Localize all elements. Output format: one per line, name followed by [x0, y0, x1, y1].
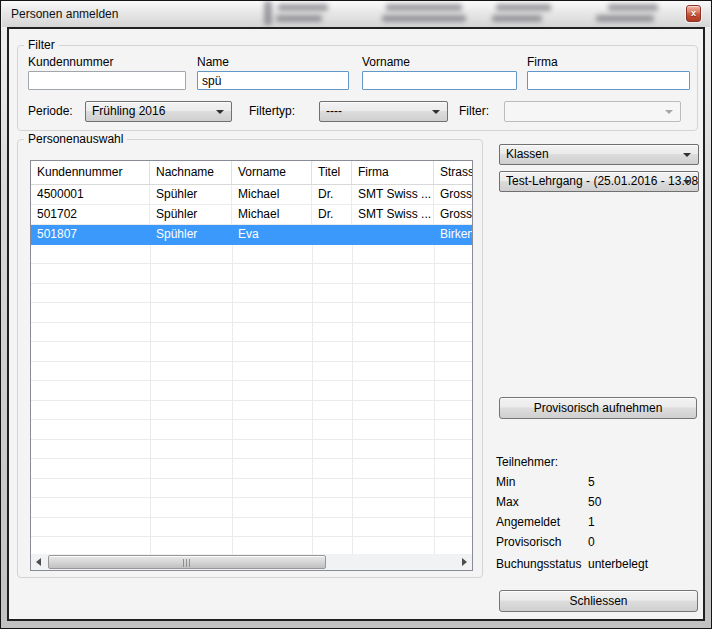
- cell-titel: [312, 225, 352, 244]
- titlebar-blur-decoration: [264, 1, 272, 25]
- stat-angemeldet: Angemeldet 1: [496, 512, 702, 532]
- cell-firma: [352, 225, 434, 244]
- schliessen-button[interactable]: Schliessen: [499, 590, 698, 612]
- window-title: Personen anmelden: [11, 7, 118, 21]
- cell-vorname: Michael: [232, 205, 312, 224]
- name-input[interactable]: [197, 71, 349, 90]
- stat-max-value: 50: [588, 495, 601, 509]
- column-header-strasse[interactable]: Strasse: [434, 161, 472, 184]
- empty-grid-area: [31, 245, 472, 554]
- titlebar-blur-decoration: [386, 4, 462, 11]
- cell-firma: SMT Swiss ...: [352, 205, 434, 224]
- column-header-nachname[interactable]: Nachname: [150, 161, 232, 184]
- scroll-right-arrow[interactable]: [455, 554, 472, 570]
- stat-provisorisch-value: 0: [588, 535, 595, 549]
- titlebar-blur-decoration: [276, 15, 322, 22]
- firma-input[interactable]: [527, 71, 690, 90]
- filtertyp-select[interactable]: ----: [319, 101, 448, 122]
- table-row-selected[interactable]: 501807 Spühler Eva Birkenw: [31, 225, 472, 245]
- right-arrow-icon: [462, 558, 467, 566]
- klassen-select[interactable]: Klassen: [499, 144, 699, 165]
- titlebar-blur-decoration: [492, 15, 542, 22]
- periode-select[interactable]: Frühling 2016: [85, 101, 232, 122]
- titlebar-blur-decoration: [496, 4, 551, 11]
- stat-min-value: 5: [588, 475, 595, 489]
- filter-select-disabled: [504, 101, 681, 122]
- titlebar-blur-decoration: [382, 15, 466, 22]
- cell-vorname: Eva: [232, 225, 312, 244]
- table-row[interactable]: 4500001 Spühler Michael Dr. SMT Swiss ..…: [31, 185, 472, 205]
- column-header-titel[interactable]: Titel: [312, 161, 352, 184]
- dialog-window: Personen anmelden x Filter Kundennummer …: [0, 0, 712, 629]
- chevron-down-icon: [665, 110, 673, 114]
- horizontal-scrollbar[interactable]: [31, 554, 472, 570]
- chevron-down-icon: [683, 180, 691, 184]
- titlebar[interactable]: Personen anmelden x: [2, 1, 710, 27]
- kundennummer-label: Kundennummer: [28, 55, 113, 69]
- column-header-kundennummer[interactable]: Kundennummer: [31, 161, 150, 184]
- lehrgang-select[interactable]: Test-Lehrgang - (25.01.2016 - 13.08: [499, 171, 699, 192]
- stat-max: Max 50: [496, 492, 702, 512]
- column-header-firma[interactable]: Firma: [352, 161, 434, 184]
- titlebar-blur-decoration: [596, 15, 654, 22]
- stat-buchungsstatus-value: unterbelegt: [588, 557, 648, 571]
- chevron-down-icon: [432, 110, 440, 114]
- vorname-input[interactable]: [362, 71, 517, 90]
- scrollbar-thumb[interactable]: [48, 555, 326, 569]
- table-row[interactable]: 501702 Spühler Michael Dr. SMT Swiss ...…: [31, 205, 472, 225]
- cell-vorname: Michael: [232, 185, 312, 204]
- titlebar-blur-decoration: [608, 4, 658, 11]
- filtertyp-label: Filtertyp:: [249, 104, 295, 118]
- cell-strasse: Grossze: [434, 205, 472, 224]
- stat-provisorisch: Provisorisch 0: [496, 532, 702, 552]
- periode-label: Periode:: [28, 104, 73, 118]
- cell-nachname: Spühler: [150, 225, 232, 244]
- stat-buchungsstatus: Buchungsstatus unterbelegt: [496, 554, 702, 574]
- column-header-vorname[interactable]: Vorname: [232, 161, 312, 184]
- cell-strasse: Birkenw: [434, 225, 472, 244]
- firma-label: Firma: [527, 55, 558, 69]
- personenauswahl-group-label: Personenauswahl: [24, 132, 127, 146]
- cell-firma: SMT Swiss ...: [352, 185, 434, 204]
- cell-nachname: Spühler: [150, 205, 232, 224]
- filter-label: Filter:: [459, 104, 489, 118]
- scrollbar-grip-icon: [183, 559, 191, 567]
- dialog-client-area: Filter Kundennummer Name Vorname Firma P…: [7, 27, 705, 621]
- cell-kundennummer: 501702: [31, 205, 150, 224]
- teilnehmer-stats: Teilnehmer: Min 5 Max 50 Angemeldet 1 Pr…: [496, 452, 702, 574]
- left-arrow-icon: [36, 558, 41, 566]
- close-window-button[interactable]: x: [686, 5, 701, 22]
- scroll-left-arrow[interactable]: [31, 554, 48, 570]
- name-label: Name: [197, 55, 229, 69]
- klassen-selected-value: Klassen: [506, 147, 549, 161]
- periode-selected-value: Frühling 2016: [92, 104, 165, 118]
- chevron-down-icon: [216, 110, 224, 114]
- filter-group-label: Filter: [24, 38, 59, 52]
- cell-titel: Dr.: [312, 185, 352, 204]
- cell-titel: Dr.: [312, 205, 352, 224]
- stat-angemeldet-value: 1: [588, 515, 595, 529]
- cell-nachname: Spühler: [150, 185, 232, 204]
- lehrgang-selected-value: Test-Lehrgang - (25.01.2016 - 13.08: [506, 174, 698, 188]
- stat-min: Min 5: [496, 472, 702, 492]
- vorname-label: Vorname: [362, 55, 410, 69]
- cell-strasse: Grossze: [434, 185, 472, 204]
- kundennummer-input[interactable]: [28, 71, 186, 90]
- provisorisch-aufnehmen-button[interactable]: Provisorisch aufnehmen: [499, 397, 697, 419]
- titlebar-blur-decoration: [278, 4, 328, 11]
- cell-kundennummer: 4500001: [31, 185, 150, 204]
- person-list: Kundennummer Nachname Vorname Titel Firm…: [30, 160, 473, 571]
- chevron-down-icon: [683, 153, 691, 157]
- teilnehmer-label: Teilnehmer:: [496, 455, 558, 469]
- close-icon: x: [691, 8, 696, 18]
- filtertyp-selected-value: ----: [326, 104, 342, 118]
- person-list-header: Kundennummer Nachname Vorname Titel Firm…: [31, 161, 472, 185]
- cell-kundennummer: 501807: [31, 225, 150, 244]
